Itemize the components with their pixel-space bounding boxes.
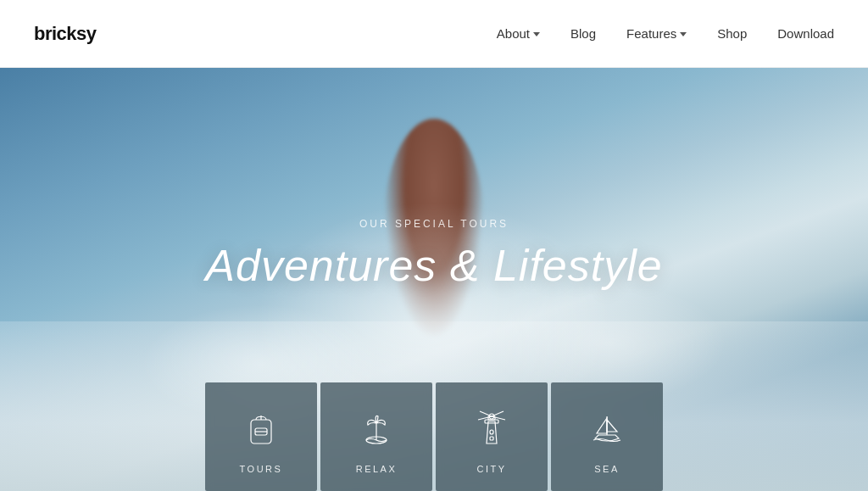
tour-label-tours: TOURS [240, 464, 283, 474]
tour-card-city[interactable]: CITY [436, 382, 548, 491]
svg-rect-14 [490, 430, 493, 434]
nav-item-download[interactable]: Download [777, 26, 834, 41]
nav-label-download: Download [777, 26, 834, 41]
chevron-down-icon [680, 32, 687, 36]
lighthouse-icon [470, 406, 514, 450]
tour-card-tours[interactable]: TOURS [205, 382, 317, 491]
tour-label-sea: SEA [594, 464, 620, 474]
sailboat-icon [585, 406, 629, 450]
svg-line-11 [492, 411, 504, 416]
nav-label-blog: Blog [570, 26, 596, 41]
tour-label-city: CITY [476, 464, 506, 474]
hero-content: OUR SPECIAL TOURS Adventures & Lifestyle [205, 218, 662, 291]
backpack-icon [239, 406, 283, 450]
site-header: bricksy About Blog Features Shop Downloa… [0, 0, 868, 68]
nav-label-shop: Shop [717, 26, 747, 41]
tour-label-relax: RELAX [356, 464, 398, 474]
nav-item-shop[interactable]: Shop [717, 26, 747, 41]
nav-label-about: About [497, 26, 530, 41]
logo[interactable]: bricksy [34, 23, 97, 45]
nav-label-features: Features [626, 26, 676, 41]
svg-rect-15 [490, 437, 493, 440]
chevron-down-icon [533, 32, 540, 36]
nav-item-about[interactable]: About [497, 26, 540, 41]
svg-line-10 [480, 411, 492, 416]
tour-card-sea[interactable]: SEA [551, 382, 663, 491]
island-icon [354, 406, 398, 450]
hero-section: OUR SPECIAL TOURS Adventures & Lifestyle… [0, 68, 868, 491]
hero-subtitle: OUR SPECIAL TOURS [205, 218, 662, 230]
tour-cards: TOURS RELAX [205, 382, 663, 491]
hero-title: Adventures & Lifestyle [205, 240, 662, 291]
nav-item-blog[interactable]: Blog [570, 26, 596, 41]
main-nav: About Blog Features Shop Download [497, 26, 834, 41]
nav-item-features[interactable]: Features [626, 26, 687, 41]
tour-card-relax[interactable]: RELAX [320, 382, 432, 491]
